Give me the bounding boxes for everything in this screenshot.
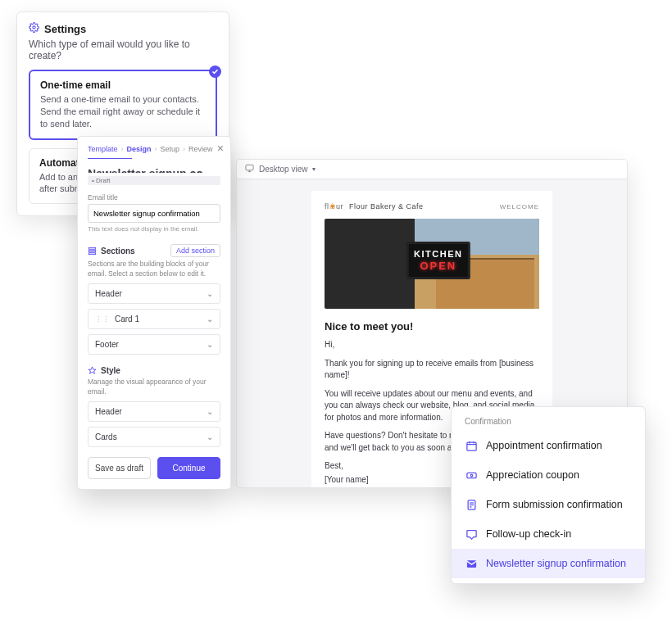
picker-item-followup[interactable]: Follow-up check-in <box>452 519 645 549</box>
option-desc: Send a one-time email to your contacts. … <box>40 93 206 130</box>
form-icon <box>465 498 478 511</box>
email-paragraph: Thank you for signing up to receive emai… <box>325 358 539 382</box>
sections-sub: Sections are the building blocks of your… <box>88 260 220 278</box>
gear-icon <box>29 22 39 35</box>
drag-handle-icon[interactable]: ⋮⋮ <box>95 315 110 324</box>
brand-name: fl❀ur Flour Bakery & Cafe <box>325 202 424 210</box>
hero-image: KITCHEN OPEN <box>325 219 539 309</box>
style-heading: Style <box>88 366 120 375</box>
sections-heading: Sections <box>88 247 135 256</box>
close-icon[interactable]: × <box>217 142 224 155</box>
picker-label: Follow-up check-in <box>486 528 571 540</box>
option-title: One-time email <box>40 79 206 91</box>
calendar-icon <box>465 439 478 452</box>
chevron-down-icon: ▾ <box>312 165 316 173</box>
picker-item-coupon[interactable]: Appreciation coupon <box>452 460 645 490</box>
settings-title: Settings <box>44 23 86 35</box>
email-paragraph: Hi, <box>325 339 539 351</box>
picker-label: Form submission confirmation <box>486 499 623 510</box>
section-row-footer[interactable]: Footer ⌄ <box>88 334 220 355</box>
template-picker: Confirmation Appointment confirmation Ap… <box>451 406 646 584</box>
settings-subtitle: Which type of email would you like to cr… <box>29 38 217 61</box>
svg-rect-5 <box>89 250 95 251</box>
neon-sign: KITCHEN OPEN <box>406 242 470 279</box>
chevron-down-icon: ⌄ <box>207 432 213 441</box>
svg-point-0 <box>33 26 35 29</box>
save-draft-button[interactable]: Save as draft <box>88 457 151 479</box>
view-mode-label[interactable]: Desktop view <box>259 165 307 174</box>
preview-toolbar: Desktop view ▾ <box>237 160 627 179</box>
field-label: Email title <box>88 193 220 201</box>
section-row-header[interactable]: Header ⌄ <box>88 283 220 304</box>
field-hint: This text does not display in the email. <box>88 225 220 233</box>
picker-item-form[interactable]: Form submission confirmation <box>452 490 645 519</box>
coupon-icon <box>465 468 478 482</box>
add-section-button[interactable]: Add section <box>170 244 220 257</box>
crumb-template[interactable]: Template <box>88 145 118 153</box>
option-one-time[interactable]: One-time email Send a one-time email to … <box>29 70 217 140</box>
picker-label: Appointment confirmation <box>486 440 602 451</box>
chevron-down-icon: ⌄ <box>207 315 213 324</box>
svg-rect-11 <box>466 473 475 477</box>
svg-rect-6 <box>89 252 95 254</box>
crumb-review[interactable]: Review <box>188 145 213 153</box>
style-row-cards[interactable]: Cards ⌄ <box>88 427 220 447</box>
chat-icon <box>465 527 478 541</box>
continue-button[interactable]: Continue <box>157 457 220 479</box>
style-sub: Manage the visual appearance of your ema… <box>88 378 220 396</box>
email-title-input[interactable] <box>88 204 220 223</box>
email-heading: Nice to meet you! <box>325 320 539 333</box>
svg-rect-7 <box>466 442 475 450</box>
welcome-label: WELCOME <box>500 203 539 210</box>
chevron-down-icon: ⌄ <box>207 340 213 349</box>
crumb-setup[interactable]: Setup <box>161 145 180 153</box>
svg-point-12 <box>470 474 473 477</box>
picker-item-appointment[interactable]: Appointment confirmation <box>452 431 645 460</box>
chevron-down-icon: ⌄ <box>207 289 213 298</box>
picker-label: Appreciation coupon <box>486 469 579 481</box>
check-icon <box>209 66 221 78</box>
svg-rect-1 <box>246 165 253 170</box>
settings-header: Settings <box>29 22 217 35</box>
crumb-design[interactable]: Design <box>127 145 152 153</box>
desktop-icon <box>245 164 254 174</box>
style-row-header[interactable]: Header ⌄ <box>88 401 220 422</box>
editor-panel: × Template › Design › Setup › Review New… <box>77 136 231 490</box>
picker-item-newsletter[interactable]: Newsletter signup confirmation <box>452 549 645 578</box>
chevron-down-icon: ⌄ <box>207 407 213 416</box>
svg-rect-4 <box>89 247 95 249</box>
status-badge: • Draft <box>88 176 220 185</box>
picker-label: Newsletter signup confirmation <box>486 558 626 569</box>
picker-heading: Confirmation <box>452 417 645 431</box>
page-title: Newsletter signup confir… <box>88 167 220 173</box>
mail-icon <box>465 557 478 570</box>
section-row-card1[interactable]: ⋮⋮Card 1 ⌄ <box>88 309 220 329</box>
